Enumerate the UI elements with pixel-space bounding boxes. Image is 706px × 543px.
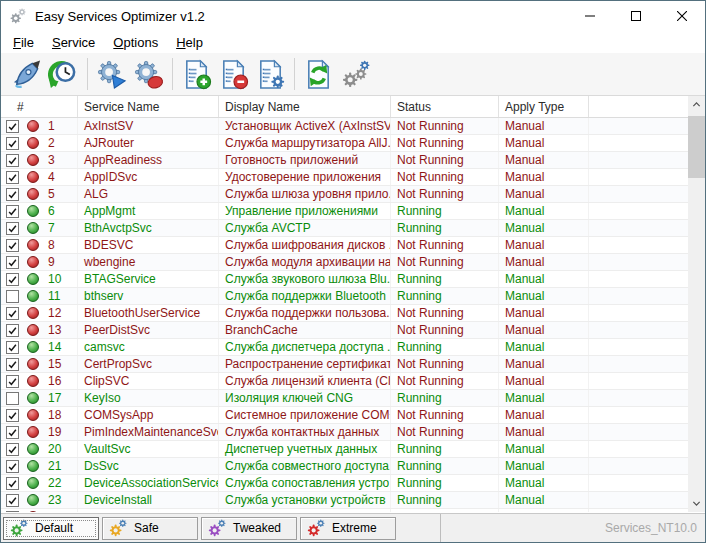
column-header-num[interactable]: # [1, 96, 78, 117]
stop-service-button[interactable] [130, 56, 167, 93]
service-status-dot [27, 307, 39, 319]
service-checkbox[interactable] [6, 511, 19, 513]
service-checkbox[interactable] [6, 443, 19, 456]
empty-cell [589, 509, 688, 512]
table-row[interactable]: 5 ALG Служба шлюза уровня прило... Not R… [1, 186, 688, 203]
table-row[interactable]: 16 ClipSVC Служба лицензий клиента (Cl..… [1, 373, 688, 390]
table-row[interactable]: 10 BTAGService Служба звукового шлюза Bl… [1, 271, 688, 288]
service-checkbox[interactable] [6, 273, 19, 286]
menu-service[interactable]: Service [43, 33, 104, 52]
table-row[interactable]: 19 PimIndexMaintenanceSvc Служба контакт… [1, 424, 688, 441]
scroll-down-button[interactable] [688, 495, 705, 512]
column-header-display-name[interactable]: Display Name [219, 96, 391, 117]
bottombar: Default Safe Tweaked [1, 513, 705, 542]
table-row[interactable]: 2 AJRouter Служба маршрутизатора AllJ...… [1, 135, 688, 152]
row-number: 14 [48, 340, 61, 354]
table-row[interactable]: 12 BluetoothUserService Служба поддержки… [1, 305, 688, 322]
service-checkbox[interactable] [6, 205, 19, 218]
service-checkbox[interactable] [6, 222, 19, 235]
table-row[interactable]: 6 AppMgmt Управление приложениями Runnin… [1, 203, 688, 220]
tab-safe[interactable]: Safe [102, 517, 198, 540]
row-number: 20 [48, 442, 61, 456]
service-checkbox[interactable] [6, 188, 19, 201]
minimize-button[interactable] [567, 1, 613, 31]
service-checkbox[interactable] [6, 494, 19, 507]
service-checkbox[interactable] [6, 460, 19, 473]
row-number: 23 [48, 493, 61, 507]
status-cell: Running [391, 271, 499, 287]
table-row[interactable]: 20 VaultSvc Диспетчер учетных данных Run… [1, 441, 688, 458]
table-row[interactable]: 9 wbengine Служба модуля архивации на...… [1, 254, 688, 271]
rocket-icon [11, 59, 42, 90]
close-button[interactable] [659, 1, 705, 31]
table-row[interactable]: 1 AxInstSV Установщик ActiveX (AxInstSV)… [1, 118, 688, 135]
apply-type-cell: Manual [499, 169, 589, 185]
menu-file[interactable]: File [4, 33, 43, 52]
table-row[interactable]: 11 bthserv Служба поддержки Bluetooth Ru… [1, 288, 688, 305]
apply-type-cell: Manual [499, 492, 589, 508]
service-checkbox[interactable] [6, 154, 19, 167]
tab-default[interactable]: Default [3, 517, 99, 540]
service-checkbox[interactable] [6, 137, 19, 150]
service-checkbox[interactable] [6, 392, 19, 405]
table-row[interactable]: 21 DsSvc Служба совместного доступа... R… [1, 458, 688, 475]
scroll-up-button[interactable] [688, 96, 705, 113]
column-header-apply-type[interactable]: Apply Type [499, 96, 589, 117]
refresh-list-button[interactable] [300, 56, 337, 93]
remove-service-button[interactable] [215, 56, 252, 93]
table-row[interactable]: 4 AppIDSvc Удостоверение приложения Not … [1, 169, 688, 186]
table-row[interactable]: 22 DeviceAssociationService Служба сопос… [1, 475, 688, 492]
service-checkbox[interactable] [6, 256, 19, 269]
restore-defaults-button[interactable] [45, 56, 82, 93]
table-row[interactable]: 18 COMSysApp Системное приложение COM+ N… [1, 407, 688, 424]
table-row[interactable] [1, 509, 688, 512]
service-name-cell: BthAvctpSvc [78, 220, 219, 236]
checkmark-icon [7, 206, 18, 217]
table-row[interactable]: 17 KeyIso Изоляция ключей CNG Running Ma… [1, 390, 688, 407]
service-checkbox[interactable] [6, 358, 19, 371]
menu-help[interactable]: Help [167, 33, 212, 52]
service-checkbox[interactable] [6, 171, 19, 184]
tab-extreme[interactable]: Extreme [300, 517, 396, 540]
service-name-cell: DsSvc [78, 458, 219, 474]
maximize-button[interactable] [613, 1, 659, 31]
configure-service-button[interactable] [252, 56, 289, 93]
table-row[interactable]: 8 BDESVC Служба шифрования дисков ... No… [1, 237, 688, 254]
table-row[interactable]: 7 BthAvctpSvc Служба AVCTP Running Manua… [1, 220, 688, 237]
menu-options[interactable]: Options [104, 33, 167, 52]
service-checkbox[interactable] [6, 290, 19, 303]
service-checkbox[interactable] [6, 375, 19, 388]
empty-cell [589, 441, 688, 457]
scrollbar-thumb[interactable] [688, 116, 705, 178]
empty-cell [589, 169, 688, 185]
history-clock-icon [48, 59, 79, 90]
empty-cell [589, 424, 688, 440]
service-checkbox[interactable] [6, 426, 19, 439]
service-name-cell: ALG [78, 186, 219, 202]
table-row[interactable]: 14 camsvc Служба диспетчера доступа ... … [1, 339, 688, 356]
service-checkbox[interactable] [6, 324, 19, 337]
apply-type-cell: Manual [499, 305, 589, 321]
service-name-cell: wbengine [78, 254, 219, 270]
service-checkbox[interactable] [6, 120, 19, 133]
table-row[interactable]: 3 AppReadiness Готовность приложений Not… [1, 152, 688, 169]
row-number: 17 [48, 391, 61, 405]
table-row[interactable]: 15 CertPropSvc Распространение сертифика… [1, 356, 688, 373]
table-row[interactable]: 13 PeerDistSvc BranchCache Not Running M… [1, 322, 688, 339]
service-checkbox[interactable] [6, 341, 19, 354]
add-service-button[interactable] [178, 56, 215, 93]
apply-services-button[interactable] [8, 56, 45, 93]
service-checkbox[interactable] [6, 307, 19, 320]
column-header-status[interactable]: Status [391, 96, 499, 117]
service-name-cell: PimIndexMaintenanceSvc [78, 424, 219, 440]
settings-button[interactable] [337, 56, 374, 93]
tab-tweaked[interactable]: Tweaked [201, 517, 297, 540]
table-row[interactable]: 23 DeviceInstall Служба установки устрой… [1, 492, 688, 509]
display-name-cell: Служба контактных данных [219, 424, 391, 440]
vertical-scrollbar[interactable] [688, 96, 705, 512]
service-checkbox[interactable] [6, 239, 19, 252]
service-checkbox[interactable] [6, 477, 19, 490]
column-header-service-name[interactable]: Service Name [78, 96, 219, 117]
service-checkbox[interactable] [6, 409, 19, 422]
start-service-button[interactable] [93, 56, 130, 93]
